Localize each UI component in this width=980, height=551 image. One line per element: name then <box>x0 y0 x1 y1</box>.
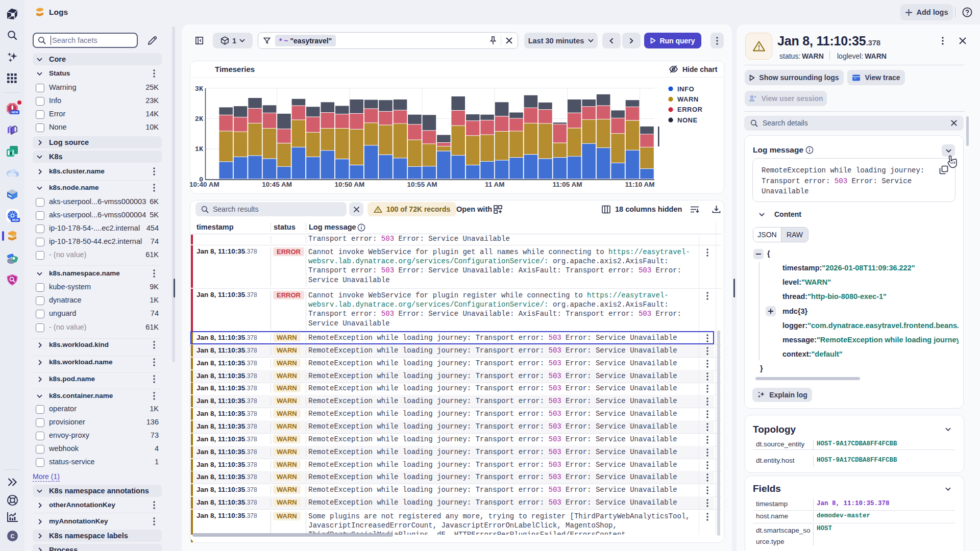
svg-text:2K: 2K <box>195 115 204 123</box>
svg-text:10:45 AM: 10:45 AM <box>262 181 292 188</box>
svg-text:10:50 AM: 10:50 AM <box>334 181 364 188</box>
svg-text:10:40 AM: 10:40 AM <box>190 181 219 188</box>
svg-text:10:55 AM: 10:55 AM <box>407 181 437 188</box>
svg-text:11 AM: 11 AM <box>485 181 505 188</box>
svg-text:WARN: WARN <box>677 95 699 103</box>
svg-text:3K: 3K <box>195 85 204 93</box>
svg-text:INFO: INFO <box>677 85 694 93</box>
svg-text:1K: 1K <box>195 145 204 153</box>
svg-text:ERROR: ERROR <box>677 106 703 113</box>
svg-text:NONE: NONE <box>677 116 698 124</box>
svg-text:11:05 AM: 11:05 AM <box>552 181 582 188</box>
svg-text:11:10 AM: 11:10 AM <box>625 181 655 188</box>
